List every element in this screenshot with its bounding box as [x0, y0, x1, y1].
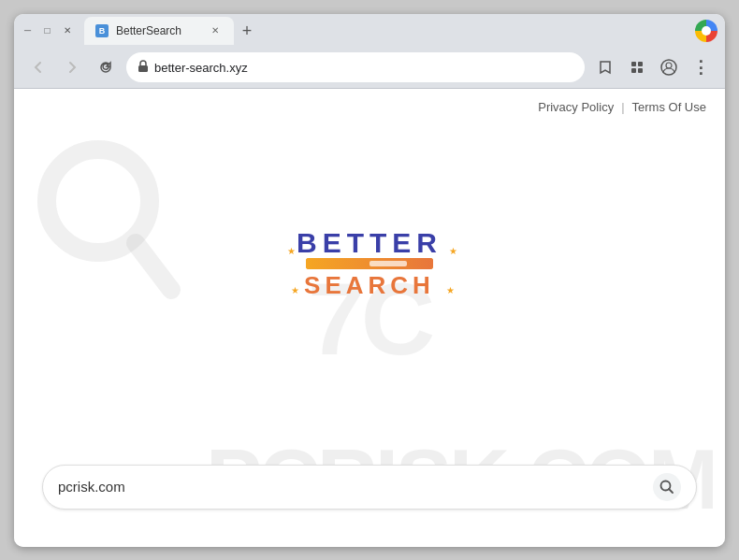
back-button[interactable] — [25, 54, 51, 80]
logo-container: BETTER ★ ★ SEARCH — [267, 219, 472, 303]
address-bar-right: ⋮ — [592, 54, 714, 80]
extensions-icon[interactable] — [624, 54, 650, 80]
svg-point-6 — [666, 63, 672, 68]
active-tab[interactable]: B BetterSearch ✕ — [84, 17, 234, 45]
svg-text:★: ★ — [449, 246, 457, 256]
svg-rect-3 — [631, 68, 636, 73]
browser-window: ─ □ ✕ B BetterSearch ✕ + — [14, 14, 725, 547]
svg-line-19 — [669, 489, 673, 493]
tab-favicon: B — [95, 24, 109, 37]
search-button[interactable] — [653, 473, 681, 501]
title-bar: ─ □ ✕ B BetterSearch ✕ + — [14, 14, 725, 48]
search-input[interactable] — [58, 479, 653, 495]
svg-rect-1 — [631, 62, 636, 66]
address-bar: better-search.xyz ⋮ — [14, 48, 725, 89]
svg-rect-0 — [138, 65, 148, 72]
maximize-button[interactable]: □ — [41, 24, 53, 36]
lock-icon — [138, 60, 149, 76]
forward-button[interactable] — [59, 54, 85, 80]
logo-area: BETTER ★ ★ SEARCH — [14, 89, 725, 446]
close-button[interactable]: ✕ — [61, 24, 73, 36]
chrome-menu-icon[interactable] — [695, 20, 717, 42]
bookmark-icon[interactable] — [592, 54, 618, 80]
reload-button[interactable] — [93, 54, 119, 80]
search-box-area — [14, 446, 725, 547]
url-text: better-search.xyz — [154, 61, 248, 75]
tab-title: BetterSearch — [116, 24, 181, 37]
page-content: PCRISK.COM 7C Privacy Policy | Terms Of … — [14, 89, 725, 547]
svg-rect-2 — [638, 62, 643, 66]
better-search-logo: BETTER ★ ★ SEARCH — [267, 219, 472, 303]
svg-rect-4 — [638, 68, 643, 73]
url-bar[interactable]: better-search.xyz — [126, 52, 585, 82]
svg-text:★: ★ — [446, 285, 455, 295]
chrome-menu-button[interactable]: ⋮ — [688, 54, 714, 80]
tab-close-button[interactable]: ✕ — [208, 23, 223, 38]
new-tab-button[interactable]: + — [234, 19, 260, 45]
profile-icon[interactable] — [656, 54, 682, 80]
svg-rect-14 — [370, 261, 407, 266]
title-bar-right — [695, 20, 717, 42]
window-controls: ─ □ ✕ — [22, 24, 73, 36]
svg-text:★: ★ — [291, 285, 299, 295]
search-box[interactable] — [42, 465, 697, 510]
minimize-button[interactable]: ─ — [22, 24, 34, 36]
svg-text:SEARCH: SEARCH — [304, 271, 435, 299]
svg-text:BETTER: BETTER — [297, 227, 442, 258]
tab-bar: B BetterSearch ✕ + — [80, 17, 688, 45]
svg-text:★: ★ — [287, 246, 296, 256]
